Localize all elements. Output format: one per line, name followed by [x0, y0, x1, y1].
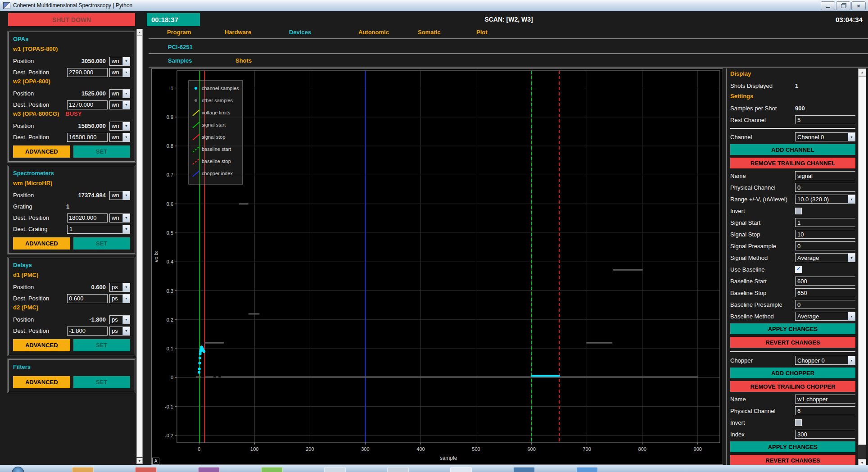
taskbar-app-icon[interactable] — [72, 467, 94, 472]
tab-shots[interactable]: Shots — [235, 57, 252, 64]
d1-position-unit-select[interactable]: ps▼ — [109, 283, 130, 292]
shutdown-button[interactable]: SHUT DOWN — [8, 13, 135, 26]
taskbar-app-icon[interactable] — [198, 467, 220, 472]
tab-devices[interactable]: Devices — [289, 29, 311, 36]
taskbar-app-icon[interactable] — [450, 467, 472, 472]
spectrometers-set-button[interactable]: SET — [73, 237, 131, 250]
restore-button[interactable] — [836, 1, 850, 10]
chopper-name-input[interactable] — [795, 395, 855, 404]
w2-dest-unit-select[interactable]: wn▼ — [109, 100, 130, 109]
scroll-up-icon[interactable]: ▲ — [858, 68, 866, 76]
wm-dest-unit-select[interactable]: wn▼ — [109, 213, 130, 222]
w3-dest-input[interactable] — [67, 133, 108, 142]
opas-advanced-button[interactable]: ADVANCED — [13, 145, 70, 158]
chopper-physical-channel-input[interactable] — [795, 406, 855, 415]
tab-somatic[interactable]: Somatic — [418, 29, 441, 36]
w3-dest-unit-select[interactable]: wn▼ — [109, 133, 130, 142]
taskbar-app-icon[interactable] — [513, 467, 535, 472]
d2-dest-input[interactable] — [67, 327, 108, 336]
windows-taskbar[interactable] — [0, 465, 868, 472]
chopper-invert-checkbox[interactable] — [795, 419, 802, 426]
opas-set-button[interactable]: SET — [73, 145, 131, 158]
signal-stop-input[interactable] — [795, 230, 855, 239]
plot-canvas[interactable]: 10.90.80.70.60.50.40.30.20.10-0.1-0.2010… — [152, 69, 723, 464]
signal-start-input[interactable] — [795, 218, 855, 227]
scroll-down-icon[interactable]: ▼ — [136, 458, 143, 464]
index-input[interactable] — [795, 430, 855, 439]
chevron-down-icon: ▼ — [848, 356, 855, 364]
sidebar-scrollbar-thumb[interactable] — [136, 35, 143, 457]
tab-autonomic[interactable]: Autonomic — [358, 29, 389, 36]
invert-checkbox[interactable] — [795, 208, 802, 214]
chopper-apply-changes-button[interactable]: APPLY CHANGES — [730, 441, 855, 452]
d2-dest-unit-select[interactable]: ps▼ — [109, 327, 130, 336]
tab-hardware[interactable]: Hardware — [225, 29, 251, 36]
wm-dest-grating-select[interactable]: 1▼ — [67, 225, 130, 234]
delays-advanced-button[interactable]: ADVANCED — [13, 339, 70, 351]
chopper-physical-channel-label: Physical Channel — [730, 408, 795, 414]
w1-dest-unit-select[interactable]: wn▼ — [109, 68, 130, 77]
revert-changes-button[interactable]: REVERT CHANGES — [730, 337, 855, 348]
chevron-down-icon: ▼ — [122, 316, 130, 324]
autoscale-button[interactable]: A — [152, 458, 159, 465]
invert-label: Invert — [730, 208, 795, 214]
wm-position-unit-select[interactable]: wn▼ — [109, 191, 130, 200]
baseline-presample-input[interactable] — [795, 300, 855, 309]
signal-method-select[interactable]: Average▼ — [795, 253, 855, 262]
spectrometers-advanced-button[interactable]: ADVANCED — [13, 237, 70, 250]
svg-text:200: 200 — [306, 446, 314, 452]
device-name[interactable]: PCI-6251 — [168, 44, 193, 50]
w1-position-unit-select[interactable]: wn▼ — [109, 57, 130, 66]
taskbar-app-icon[interactable] — [135, 467, 157, 472]
baseline-method-select[interactable]: Average▼ — [795, 312, 855, 321]
signal-presample-input[interactable] — [795, 241, 855, 250]
physical-channel-label: Physical Channel — [730, 184, 795, 191]
w1-dest-input[interactable] — [67, 68, 108, 77]
channel-name-input[interactable] — [795, 171, 855, 180]
d1-position-value: 0.600 — [64, 284, 108, 290]
filters-advanced-button[interactable]: ADVANCED — [13, 376, 70, 388]
minimize-button[interactable] — [821, 1, 835, 10]
add-chopper-button[interactable]: ADD CHOPPER — [730, 368, 855, 378]
channel-select[interactable]: Channel 0▼ — [795, 132, 855, 141]
filters-set-button[interactable]: SET — [73, 376, 131, 388]
w3-position-unit-select[interactable]: wn▼ — [109, 122, 130, 131]
d2-position-unit-select[interactable]: ps▼ — [109, 315, 130, 324]
sidebar-scrollbar[interactable]: ▲ ▼ — [136, 29, 143, 464]
tab-samples[interactable]: Samples — [168, 57, 192, 64]
scroll-up-icon[interactable]: ▲ — [136, 29, 143, 35]
chopper-select[interactable]: Chopper 0▼ — [795, 356, 855, 365]
tab-plot[interactable]: Plot — [476, 29, 488, 36]
d1-dest-input[interactable] — [67, 294, 108, 303]
baseline-stop-input[interactable] — [795, 288, 855, 297]
chopper-revert-changes-button[interactable]: REVERT CHANGES — [730, 455, 855, 465]
chevron-down-icon: ▼ — [848, 195, 855, 203]
w2-position-unit-select[interactable]: wn▼ — [109, 89, 130, 98]
svg-text:0.6: 0.6 — [167, 201, 173, 207]
remove-trailing-channel-button[interactable]: REMOVE TRAILING CHANNEL — [730, 158, 855, 168]
d1-position-label: Position — [13, 284, 64, 290]
physical-channel-input[interactable] — [795, 183, 855, 192]
taskbar-app-icon[interactable] — [261, 467, 283, 472]
divider — [726, 68, 727, 465]
tab-program[interactable]: Program — [167, 29, 191, 36]
baseline-start-input[interactable] — [795, 277, 855, 286]
close-button[interactable]: ✕ — [851, 1, 866, 10]
settings-scrollbar[interactable]: ▲ ▼ — [858, 68, 866, 467]
delays-header: Delays — [13, 262, 130, 272]
taskbar-app-icon[interactable] — [324, 467, 346, 472]
apply-changes-button[interactable]: APPLY CHANGES — [730, 323, 855, 334]
remove-trailing-chopper-button[interactable]: REMOVE TRAILING CHOPPER — [730, 381, 855, 392]
range-select[interactable]: 10.0 (320.0)▼ — [795, 195, 855, 204]
taskbar-app-icon[interactable] — [576, 467, 598, 472]
use-baseline-checkbox[interactable] — [795, 266, 802, 273]
add-channel-button[interactable]: ADD CHANNEL — [730, 144, 855, 155]
start-button-icon[interactable] — [12, 467, 24, 472]
settings-scrollbar-thumb[interactable] — [858, 76, 866, 445]
wm-dest-input[interactable] — [67, 213, 108, 222]
delays-set-button[interactable]: SET — [73, 339, 131, 351]
d1-dest-unit-select[interactable]: ps▼ — [109, 294, 130, 303]
rest-channel-input[interactable] — [795, 115, 855, 124]
taskbar-app-icon[interactable] — [387, 467, 409, 472]
w2-dest-input[interactable] — [67, 100, 108, 109]
